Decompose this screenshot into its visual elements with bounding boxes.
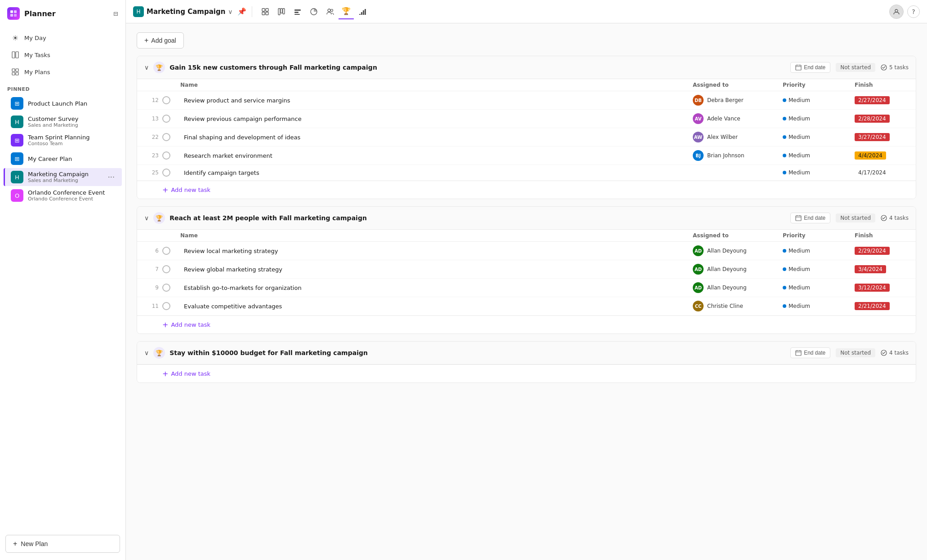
priority-dot-icon — [783, 304, 786, 308]
priority-label: Medium — [789, 152, 810, 159]
plan-name: Team Sprint Planning — [28, 134, 115, 141]
add-goal-button[interactable]: + Add goal — [137, 32, 184, 49]
task-checkbox[interactable] — [162, 169, 170, 177]
goal-chevron-icon[interactable]: ∨ — [144, 349, 149, 356]
task-assignee: CC Christie Cline — [693, 301, 783, 311]
svg-rect-2 — [10, 14, 13, 17]
user-avatar-button[interactable] — [889, 4, 904, 19]
sidebar-plan-item-product-launch[interactable]: ⊞ Product Launch Plan — [4, 94, 122, 112]
breadcrumb-chevron-icon[interactable]: ∨ — [228, 8, 232, 15]
layout-toggle-icon[interactable]: ⊟ — [113, 10, 118, 17]
task-checkbox[interactable] — [162, 96, 170, 104]
end-date-button[interactable]: End date — [790, 347, 830, 358]
new-plan-button[interactable]: + New Plan — [5, 535, 120, 553]
user-avatar: AW — [693, 132, 704, 142]
plan-breadcrumb-icon: H — [133, 6, 144, 17]
plan-details: Orlando Conference Event Orlando Confere… — [28, 189, 115, 202]
task-checkbox[interactable] — [162, 284, 170, 292]
task-name: Review previous campaign performance — [180, 116, 693, 122]
plan-sub: Orlando Conference Event — [28, 196, 115, 202]
topbar-divider — [252, 6, 252, 17]
goal-chevron-icon[interactable]: ∨ — [144, 64, 149, 71]
tasks-count[interactable]: 5 tasks — [881, 64, 909, 71]
end-date-button[interactable]: End date — [790, 62, 830, 73]
sidebar-plan-item-orlando-event[interactable]: O Orlando Conference Event Orlando Confe… — [4, 187, 122, 204]
plan-icon: O — [11, 189, 23, 202]
task-checkbox[interactable] — [162, 247, 170, 255]
sidebar-plan-item-team-sprint[interactable]: ⊞ Team Sprint Planning Contoso Team — [4, 131, 122, 149]
svg-rect-17 — [294, 9, 301, 11]
add-task-row[interactable]: + Add new task — [137, 316, 916, 333]
priority-dot-icon — [783, 117, 786, 120]
activity-view-button[interactable] — [355, 4, 370, 19]
sidebar-plan-item-customer-survey[interactable]: H Customer Survey Sales and Marketing — [4, 113, 122, 131]
svg-rect-6 — [12, 69, 15, 71]
tasks-count[interactable]: 4 tasks — [881, 215, 909, 221]
goal-header: ∨ 🏆 Stay within $10000 budget for Fall m… — [137, 342, 916, 364]
tasks-count[interactable]: 4 tasks — [881, 350, 909, 356]
pin-icon[interactable]: 📌 — [237, 7, 246, 16]
plan-more-icon[interactable]: ··· — [108, 173, 115, 182]
task-checkbox[interactable] — [162, 133, 170, 141]
col-check — [162, 82, 180, 88]
view-toggle-icons: 🏆 — [258, 4, 370, 19]
people-view-button[interactable] — [322, 4, 338, 19]
priority-label: Medium — [789, 116, 810, 122]
col-finish: Finish — [855, 82, 909, 88]
goal-status-badge: Not started — [836, 348, 875, 357]
plan-details: Marketing Campaign Sales and Marketing — [28, 171, 103, 183]
board-view-button[interactable] — [274, 4, 289, 19]
add-task-label: Add new task — [171, 370, 210, 377]
goals-view-button[interactable]: 🏆 — [339, 4, 354, 19]
priority-label: Medium — [789, 284, 810, 291]
add-task-row[interactable]: + Add new task — [137, 364, 916, 382]
task-row[interactable]: 13 Review previous campaign performance … — [137, 110, 916, 128]
sidebar-plan-item-marketing-campaign[interactable]: H Marketing Campaign Sales and Marketing… — [4, 168, 122, 186]
sidebar-item-my-day[interactable]: ☀ My Day — [4, 30, 122, 46]
priority-dot-icon — [783, 267, 786, 271]
add-task-row[interactable]: + Add new task — [137, 181, 916, 199]
task-row[interactable]: 6 Review local marketing strategy AD All… — [137, 242, 916, 260]
user-name: Adele Vance — [707, 116, 740, 122]
plan-details: My Career Plan — [28, 156, 115, 162]
task-row[interactable]: 11 Evaluate competitive advantages CC Ch… — [137, 297, 916, 316]
priority-dot-icon — [783, 171, 786, 174]
task-priority: Medium — [783, 303, 855, 309]
sidebar-item-my-tasks[interactable]: My Tasks — [4, 47, 122, 63]
task-name: Review local marketing strategy — [180, 248, 693, 254]
task-priority: Medium — [783, 134, 855, 140]
task-checkbox[interactable] — [162, 302, 170, 310]
sidebar-header: Planner ⊟ — [0, 0, 125, 27]
goal-chevron-icon[interactable]: ∨ — [144, 214, 149, 222]
add-goal-label: Add goal — [151, 37, 176, 44]
goal-title: Stay within $10000 budget for Fall marke… — [169, 349, 786, 356]
user-name: Debra Berger — [707, 97, 744, 103]
grid-view-button[interactable] — [258, 4, 273, 19]
task-row[interactable]: 25 Identify campaign targets Medium 4/17… — [137, 165, 916, 181]
tasks-icon — [11, 50, 20, 59]
plan-icon: H — [11, 171, 23, 183]
task-row[interactable]: 23 Research market environment BJ Brian … — [137, 147, 916, 165]
svg-rect-13 — [266, 12, 268, 15]
goal-header: ∨ 🏆 Gain 15k new customers through Fall … — [137, 56, 916, 79]
task-row[interactable]: 22 Final shaping and development of idea… — [137, 128, 916, 147]
task-row[interactable]: 9 Establish go-to-markets for organizati… — [137, 279, 916, 297]
svg-rect-23 — [359, 14, 361, 15]
col-name: Name — [180, 232, 693, 239]
chart-view-button[interactable] — [306, 4, 321, 19]
sidebar-plan-item-career-plan[interactable]: ⊞ My Career Plan — [4, 150, 122, 168]
task-row[interactable]: 7 Review global marketing strategy AD Al… — [137, 260, 916, 279]
user-avatar: DB — [693, 95, 704, 106]
end-date-button[interactable]: End date — [790, 213, 830, 223]
timeline-view-button[interactable] — [290, 4, 305, 19]
help-button[interactable]: ? — [907, 5, 920, 18]
sidebar-item-my-plans[interactable]: My Plans — [4, 64, 122, 80]
task-checkbox[interactable] — [162, 151, 170, 160]
task-priority: Medium — [783, 97, 855, 103]
task-row[interactable]: 12 Review product and service margins DB… — [137, 91, 916, 110]
finish-date-value: 3/4/2024 — [855, 265, 886, 273]
plan-name: My Career Plan — [28, 156, 115, 162]
task-checkbox[interactable] — [162, 115, 170, 123]
svg-rect-1 — [14, 10, 17, 13]
task-checkbox[interactable] — [162, 265, 170, 273]
